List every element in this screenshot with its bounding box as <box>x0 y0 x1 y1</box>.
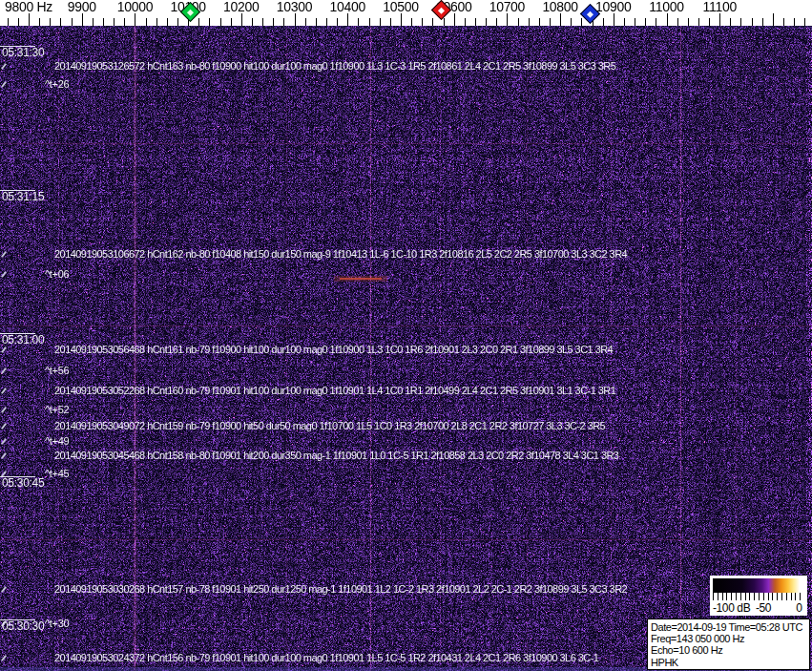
freq-tick-label: 10000 <box>117 0 153 14</box>
colorbar-min-label: -100 dB <box>713 601 750 615</box>
event-time-marker: ^t+49 <box>45 435 69 448</box>
colorbar-gradient <box>713 578 804 593</box>
info-date-time: Date=2014-09-19 Time=05:28 UTC <box>651 621 809 633</box>
freq-tick-label: 10200 <box>223 0 259 14</box>
freq-tick-label: 11100 <box>703 0 737 14</box>
info-station: HPHK <box>651 657 809 668</box>
time-tick-label: 05:30:45 <box>2 477 44 490</box>
freq-tick-label: 9900 <box>68 0 96 14</box>
echo-data-line: 20140919053126572 hCnt163 nb-80 f10900 h… <box>54 60 615 73</box>
freq-tick-label: 10900 <box>595 0 631 14</box>
event-time-marker: ^t+06 <box>45 268 69 281</box>
meteor-echo-monitor-window: 9800 Hz990010000101001020010300104001050… <box>0 0 812 671</box>
freq-tick-label: 10500 <box>383 0 418 14</box>
info-echo: Echo=10 600 Hz <box>651 644 809 656</box>
freq-tick-label: 10400 <box>330 0 365 14</box>
event-time-marker: ^t+45 <box>45 468 69 480</box>
freq-tick-label: 11000 <box>649 0 683 14</box>
echo-data-line: 20140919053045468 hCnt158 nb-80 f10901 h… <box>54 450 618 462</box>
freq-tick-label: 10300 <box>277 0 312 14</box>
red-diamond-marker-core <box>438 7 445 13</box>
colorbar-max-label: 0 <box>796 601 802 615</box>
echo-data-line: 20140919053049072 hCnt159 nb-79 f10900 h… <box>54 420 605 432</box>
blue-diamond-marker-core <box>587 10 593 17</box>
freq-tick-label: 10800 <box>542 0 577 14</box>
colorbar-ticks <box>713 593 804 600</box>
time-tick-label: 05:31:30 <box>2 47 44 59</box>
echo-data-line: 20140919053056468 hCnt161 nb-79 f10900 h… <box>54 344 613 356</box>
event-time-marker: ^t+30 <box>45 618 69 630</box>
echo-data-line: 20140919053052268 hCnt160 nb-79 f10901 h… <box>54 385 615 397</box>
frequency-ruler[interactable]: 9800 Hz990010000101001020010300104001050… <box>0 0 812 26</box>
time-tick-label: 05:31:00 <box>2 334 44 346</box>
time-tick-label: 05:31:15 <box>2 191 44 203</box>
echo-data-line: 20140919053106672 hCnt162 nb-80 f10408 h… <box>54 248 627 261</box>
freq-tick-label: 9800 Hz <box>5 0 52 14</box>
event-time-marker: ^t+26 <box>45 78 69 91</box>
intensity-colorbar: -100 dB -50 0 <box>710 576 807 616</box>
status-info-box: Date=2014-09-19 Time=05:28 UTC Freq=143 … <box>647 619 810 670</box>
info-frequency: Freq=143 050 000 Hz <box>651 633 809 644</box>
echo-data-line: 20140919053030268 hCnt157 nb-78 f10901 h… <box>54 583 627 596</box>
time-tick-label: 05:30:30 <box>2 620 44 633</box>
colorbar-mid-label: -50 <box>756 601 771 615</box>
event-time-marker: ^t+56 <box>45 365 69 377</box>
event-time-marker: ^t+52 <box>45 404 69 416</box>
freq-tick-label: 10700 <box>489 0 525 14</box>
green-diamond-marker-core <box>187 9 194 15</box>
echo-data-line: 20140919053024372 hCnt156 nb-79 f10901 h… <box>54 652 598 664</box>
